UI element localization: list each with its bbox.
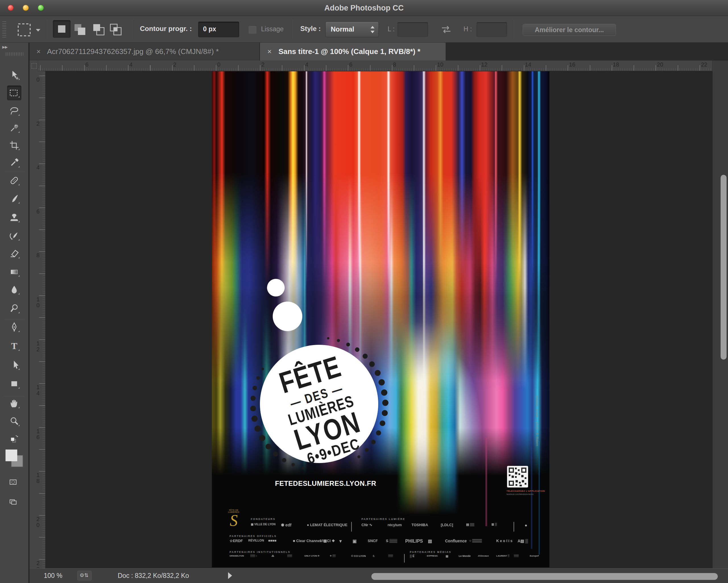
svg-text:T: T bbox=[11, 341, 17, 351]
